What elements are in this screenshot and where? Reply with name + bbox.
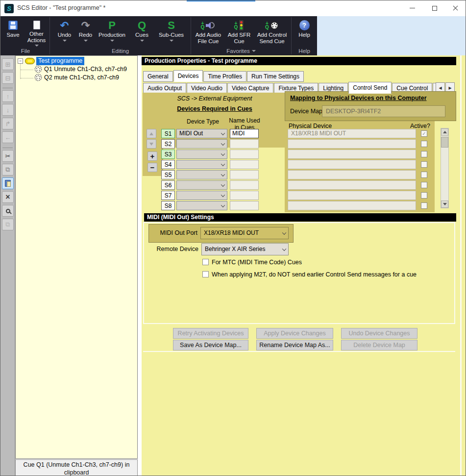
- cut-button[interactable]: ✂: [2, 150, 14, 162]
- active-checkbox[interactable]: [421, 182, 427, 188]
- device-type-dropdown[interactable]: MIDI Out: [176, 129, 227, 138]
- scroll-up-button[interactable]: [441, 128, 448, 136]
- equipment-title: SCS -> External Equipment: [147, 95, 283, 102]
- cues-button[interactable]: Q Cues: [128, 17, 156, 47]
- device-row-label[interactable]: S2: [161, 139, 175, 149]
- sub-cues-button[interactable]: S Sub-Cues: [156, 17, 187, 47]
- minimize-button[interactable]: [401, 0, 423, 16]
- copy-button[interactable]: ⧉: [2, 164, 14, 175]
- clipboard-status: Cue Q1 (Unmute Ch1-Ch3, ch7-ch9) in clip…: [15, 459, 138, 476]
- devices-required-title: Devices Required in Cues: [147, 105, 283, 112]
- help-button[interactable]: ? Help: [293, 17, 316, 47]
- add-sub-cue-button: ⊞: [2, 58, 14, 70]
- chevron-down-icon: [221, 182, 225, 186]
- active-checkbox[interactable]: [421, 172, 427, 178]
- chevron-down-icon: [221, 131, 225, 135]
- tab-control-send[interactable]: Control Send: [348, 82, 392, 94]
- device-row-label[interactable]: S8: [161, 201, 175, 210]
- page-icon: [33, 21, 40, 29]
- tab-general[interactable]: General: [143, 71, 173, 82]
- device-name-input: [230, 191, 259, 200]
- device-row-label[interactable]: S4: [161, 160, 175, 169]
- save-button[interactable]: Save: [2, 17, 24, 47]
- chevron-down-icon: [35, 45, 39, 47]
- device-row-label[interactable]: S7: [161, 191, 175, 200]
- move-left-button: ←: [2, 131, 14, 143]
- device-row-label[interactable]: S6: [161, 180, 175, 190]
- scissors-icon: ✂: [5, 152, 11, 160]
- mtc-checkbox[interactable]: [202, 259, 209, 265]
- device-type-dropdown[interactable]: [176, 150, 227, 159]
- arrow-up-icon: ↑: [6, 93, 10, 100]
- remove-device-row-button[interactable]: −: [147, 163, 157, 172]
- close-button[interactable]: [444, 0, 466, 16]
- physical-device-row: [288, 180, 416, 190]
- tree-item-cue[interactable]: Q2 mute Ch1-Ch3, ch7-ch9: [44, 74, 119, 81]
- tab-devices[interactable]: Devices: [173, 70, 203, 82]
- apply-device-changes-button: Apply Device Changes: [256, 328, 333, 339]
- device-row-label[interactable]: S3: [161, 150, 175, 159]
- device-type-dropdown[interactable]: [176, 180, 227, 190]
- redo-icon: ↷: [81, 19, 90, 32]
- help-icon: ?: [299, 20, 310, 30]
- traffic-light-icon: [239, 20, 244, 31]
- tree-item-root[interactable]: Test programme: [36, 57, 84, 65]
- panel-header: Production Properties - Test programme: [142, 57, 456, 65]
- programme-icon: [25, 58, 35, 64]
- magnifier-icon: [6, 209, 10, 213]
- remote-device-dropdown[interactable]: Behringer X AIR Series: [201, 243, 289, 255]
- save-as-device-map-button[interactable]: Save As Device Map...: [173, 340, 248, 351]
- find-button[interactable]: [2, 205, 14, 217]
- physical-devices-list: Physical Device Active? X18/XR18 MIDI OU…: [285, 121, 435, 212]
- midi-out-port-dropdown[interactable]: X18/XR18 MIDI OUT: [200, 227, 289, 239]
- floppy-icon: [8, 21, 18, 30]
- physical-device-row: [288, 170, 416, 179]
- redo-button[interactable]: ↷ Redo: [75, 17, 96, 47]
- tab-video-capture[interactable]: Video Capture: [227, 83, 274, 94]
- ribbon-group-favorites[interactable]: Favorites: [191, 47, 291, 55]
- add-device-row-button[interactable]: +: [147, 151, 157, 161]
- retry-activating-devices-button: Retry Activating Devices: [173, 328, 248, 339]
- panel-right-border: [460, 55, 462, 476]
- device-row-label[interactable]: S1: [161, 129, 175, 138]
- tab-time-profiles[interactable]: Time Profiles: [203, 71, 246, 82]
- device-type-dropdown[interactable]: [176, 170, 227, 179]
- add-control-send-cue-button[interactable]: +Q Add Control Send Cue: [254, 17, 290, 47]
- tab-video-audio[interactable]: Video Audio: [187, 83, 227, 94]
- speaker-icon: [205, 21, 216, 29]
- active-checkbox[interactable]: [421, 141, 427, 147]
- physical-device-row: [288, 150, 416, 159]
- device-row-label[interactable]: S5: [161, 170, 175, 179]
- clipboard-icon: [5, 180, 11, 187]
- maximize-button[interactable]: [423, 0, 445, 16]
- device-type-dropdown[interactable]: [176, 160, 227, 169]
- scroll-down-button[interactable]: [441, 200, 448, 208]
- add-audio-file-cue-button[interactable]: +Q Add Audio File Cue: [193, 17, 224, 47]
- arrow-right-icon: ▶: [448, 86, 451, 90]
- device-type-dropdown[interactable]: [176, 201, 227, 210]
- delete-device-map-button: Delete Device Map: [341, 340, 417, 351]
- undo-button[interactable]: ↶ Undo: [54, 17, 75, 47]
- m2t-checkbox[interactable]: [202, 271, 209, 277]
- add-sfr-cue-button[interactable]: +Q Add SFR Cue: [224, 17, 254, 47]
- tab-run-time-settings[interactable]: Run Time Settings: [247, 71, 304, 82]
- tree-item-cue[interactable]: Q1 Unmute Ch1-Ch3, ch7-ch9: [44, 66, 127, 73]
- midi-cue-icon: [34, 65, 42, 73]
- scrollbar-thumb[interactable]: [441, 137, 448, 148]
- paste-button[interactable]: [2, 177, 14, 189]
- arrow-down-icon: ↓: [6, 106, 10, 114]
- device-type-dropdown[interactable]: [176, 191, 227, 200]
- active-checkbox[interactable]: [421, 192, 427, 199]
- active-checkbox[interactable]: [421, 151, 427, 157]
- device-name-input[interactable]: MIDI: [230, 129, 259, 138]
- production-properties-panel: Production Properties - Test programme G…: [142, 55, 466, 476]
- active-checkbox[interactable]: [421, 202, 427, 209]
- device-type-dropdown[interactable]: [176, 139, 227, 149]
- rename-device-map-button[interactable]: Rename Device Map As...: [256, 340, 333, 351]
- production-button[interactable]: P Production: [97, 17, 128, 47]
- delete-button[interactable]: ×: [2, 191, 14, 203]
- tab-audio-output[interactable]: Audio Output: [143, 83, 186, 94]
- active-checkbox[interactable]: [421, 161, 427, 168]
- tree-expander[interactable]: −: [18, 58, 23, 64]
- other-actions-button[interactable]: Other Actions: [25, 17, 49, 47]
